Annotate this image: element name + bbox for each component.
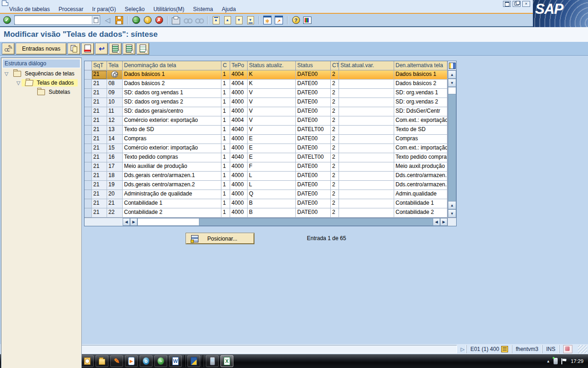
cell-ct[interactable]: 2 bbox=[331, 107, 339, 116]
cell-stat_atual_var[interactable] bbox=[339, 190, 394, 199]
cell-status[interactable]: DATE00 bbox=[296, 107, 331, 116]
cell-den[interactable]: Dados básicos 1 bbox=[123, 70, 221, 80]
cell-sqt[interactable]: 21 bbox=[92, 70, 107, 80]
column-header-den[interactable]: Denominação da tela bbox=[123, 61, 221, 70]
cell-tepo[interactable]: 4000 bbox=[230, 107, 248, 116]
cell-tepo[interactable]: 4004 bbox=[230, 116, 248, 126]
find-icon[interactable] bbox=[182, 15, 192, 25]
cell-den_alt[interactable]: Com.ext.: importação bbox=[394, 144, 447, 153]
resize-grip[interactable] bbox=[578, 345, 587, 353]
cell-c[interactable]: 1 bbox=[221, 126, 230, 135]
menu-item-ajuda[interactable]: Ajuda bbox=[222, 6, 236, 12]
table-row[interactable]: 21Dados básicos 114004KDATE002Dados bási… bbox=[85, 70, 447, 80]
cell-den_alt[interactable]: Dados básicos 2 bbox=[394, 80, 447, 89]
taskbar-icon-excel[interactable] bbox=[220, 355, 233, 367]
cell-status_atualiz[interactable]: Q bbox=[248, 190, 296, 199]
possible-entries-icon[interactable] bbox=[111, 71, 118, 78]
cell-tepo[interactable]: 4040 bbox=[230, 126, 248, 135]
table-row[interactable]: 2112Comércio exterior: exportação14004VD… bbox=[85, 116, 447, 126]
cell-tepo[interactable]: 4000 bbox=[230, 199, 248, 208]
row-selector[interactable] bbox=[85, 135, 92, 144]
cell-den[interactable]: Comércio exterior: exportação bbox=[123, 116, 221, 126]
new-session-icon[interactable] bbox=[262, 15, 272, 25]
minimize-button[interactable] bbox=[503, 1, 511, 7]
cell-sqt[interactable]: 21 bbox=[92, 126, 107, 135]
cell-tepo[interactable]: 4040 bbox=[230, 153, 248, 162]
cell-stat_atual_var[interactable] bbox=[339, 126, 394, 135]
cell-den[interactable]: SD: dados org.vendas 1 bbox=[123, 89, 221, 98]
position-button[interactable]: Posicionar... bbox=[186, 233, 254, 244]
row-selector[interactable] bbox=[85, 126, 92, 135]
taskbar-icon-quick-launch[interactable] bbox=[187, 355, 200, 367]
first-page-icon[interactable] bbox=[211, 15, 221, 25]
cancel-icon[interactable] bbox=[154, 15, 164, 25]
cell-tepo[interactable]: 4000 bbox=[230, 172, 248, 181]
cell-tela[interactable]: 15 bbox=[107, 144, 123, 153]
cell-den_alt[interactable]: Dds.centro/armazen.1 bbox=[394, 172, 447, 181]
taskbar-clock[interactable]: 17:29 bbox=[571, 358, 583, 364]
print-icon[interactable] bbox=[171, 15, 181, 25]
cell-den_alt[interactable]: Texto pedido compras bbox=[394, 153, 447, 162]
cell-status_atualiz[interactable]: B bbox=[248, 208, 296, 218]
cell-den_alt[interactable]: Contabilidade 2 bbox=[394, 208, 447, 218]
deselect-all-button[interactable] bbox=[137, 43, 149, 54]
cell-stat_atual_var[interactable] bbox=[339, 70, 394, 80]
cell-tela[interactable]: 12 bbox=[107, 116, 123, 126]
row-selector[interactable] bbox=[85, 199, 92, 208]
new-entries-button[interactable]: Entradas novas bbox=[16, 43, 66, 54]
close-button[interactable]: × bbox=[522, 1, 530, 7]
cell-sqt[interactable]: 21 bbox=[92, 116, 107, 126]
cell-den[interactable]: SD: dados gerais/centro bbox=[123, 107, 221, 116]
cell-tepo[interactable]: 4000 bbox=[230, 181, 248, 190]
table-settings-button[interactable] bbox=[448, 61, 456, 70]
cell-ct[interactable]: 2 bbox=[331, 116, 339, 126]
cell-status[interactable]: DATE00 bbox=[296, 199, 331, 208]
cell-c[interactable]: 1 bbox=[221, 153, 230, 162]
cell-tela[interactable]: 10 bbox=[107, 98, 123, 107]
cell-tepo[interactable]: 4000 bbox=[230, 162, 248, 172]
scroll-page-down-icon[interactable]: ▲ bbox=[448, 201, 456, 209]
display-change-button[interactable] bbox=[2, 43, 14, 54]
row-selector[interactable] bbox=[85, 98, 92, 107]
cell-den[interactable]: Compras bbox=[123, 135, 221, 144]
taskbar-icon-sharepoint[interactable] bbox=[154, 355, 167, 367]
system-field[interactable]: E01 (1) 400 bbox=[466, 345, 512, 353]
row-selector[interactable] bbox=[85, 107, 92, 116]
cell-sqt[interactable]: 21 bbox=[92, 153, 107, 162]
tree-expander-icon[interactable]: ▽ bbox=[15, 80, 22, 86]
cell-status[interactable]: DATE00 bbox=[296, 80, 331, 89]
cell-tela[interactable]: 14 bbox=[107, 135, 123, 144]
taskbar-icon-phone[interactable] bbox=[206, 355, 219, 367]
row-selector[interactable] bbox=[85, 80, 92, 89]
cell-status_atualiz[interactable]: V bbox=[248, 126, 296, 135]
cell-den_alt[interactable]: Contabilidade 1 bbox=[394, 199, 447, 208]
cell-tela[interactable]: 08 bbox=[107, 80, 123, 89]
hscroll-thumb[interactable] bbox=[137, 218, 199, 226]
cell-tela[interactable]: 13 bbox=[107, 126, 123, 135]
action-center-flag-icon[interactable] bbox=[561, 358, 567, 364]
column-header-status_atualiz[interactable]: Status atualiz. bbox=[248, 61, 296, 70]
cell-c[interactable]: 1 bbox=[221, 208, 230, 218]
cell-tela[interactable]: 09 bbox=[107, 89, 123, 98]
cell-ct[interactable]: 2 bbox=[331, 89, 339, 98]
cell-tepo[interactable]: 4000 bbox=[230, 89, 248, 98]
cell-ct[interactable]: 2 bbox=[331, 162, 339, 172]
tree-expander-icon[interactable]: ▽ bbox=[3, 71, 10, 77]
cell-tela[interactable]: 19 bbox=[107, 181, 123, 190]
cell-ct[interactable]: 2 bbox=[331, 199, 339, 208]
cell-ct[interactable]: 2 bbox=[331, 98, 339, 107]
cell-status[interactable]: DATE00 bbox=[296, 208, 331, 218]
cell-status_atualiz[interactable]: E bbox=[248, 153, 296, 162]
cell-status[interactable]: DATE00 bbox=[296, 116, 331, 126]
cell-stat_atual_var[interactable] bbox=[339, 144, 394, 153]
cell-sqt[interactable]: 21 bbox=[92, 208, 107, 218]
taskbar-icon-word[interactable] bbox=[169, 355, 182, 367]
cell-status_atualiz[interactable]: K bbox=[248, 70, 296, 80]
cell-status_atualiz[interactable]: K bbox=[248, 80, 296, 89]
cell-tela[interactable]: 18 bbox=[107, 172, 123, 181]
cell-status[interactable]: DATELT00 bbox=[296, 126, 331, 135]
cell-den_alt[interactable]: SD: org.vendas 2 bbox=[394, 98, 447, 107]
cell-status[interactable]: DATE00 bbox=[296, 144, 331, 153]
table-row[interactable]: 2109SD: dados org.vendas 114000VDATE002S… bbox=[85, 89, 447, 98]
select-all-button[interactable] bbox=[109, 43, 121, 54]
